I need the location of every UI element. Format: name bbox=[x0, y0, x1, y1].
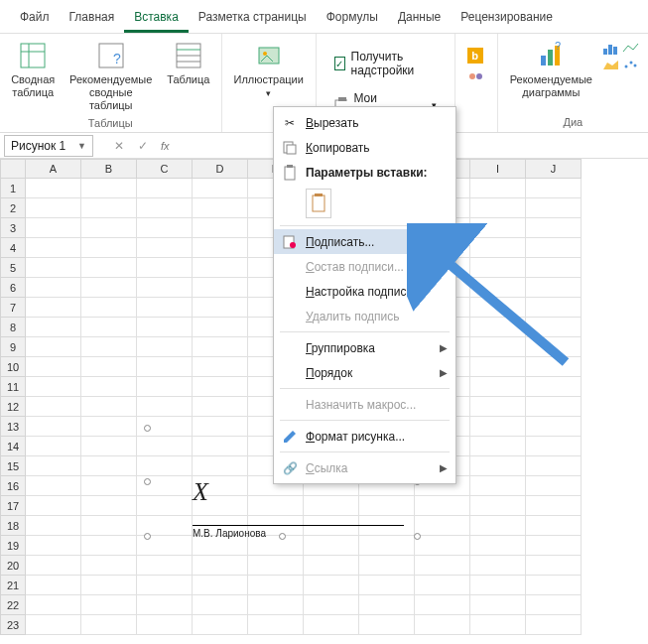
cell[interactable] bbox=[26, 258, 81, 278]
cell[interactable] bbox=[26, 218, 81, 238]
cell[interactable] bbox=[81, 357, 137, 377]
col-header[interactable]: A bbox=[26, 159, 81, 179]
tab-data[interactable]: Данные bbox=[388, 4, 451, 33]
cell[interactable] bbox=[415, 576, 470, 595]
cell[interactable] bbox=[526, 298, 582, 318]
cell[interactable] bbox=[526, 576, 582, 595]
cell[interactable] bbox=[526, 218, 582, 238]
cell[interactable] bbox=[470, 476, 526, 496]
cell[interactable] bbox=[359, 615, 415, 635]
cell[interactable] bbox=[193, 318, 248, 337]
row-header[interactable]: 12 bbox=[0, 397, 26, 417]
cell[interactable] bbox=[304, 595, 359, 615]
cell[interactable] bbox=[526, 516, 582, 536]
accept-formula-button[interactable]: ✓ bbox=[131, 135, 155, 157]
cell[interactable] bbox=[26, 576, 81, 595]
cell[interactable] bbox=[81, 556, 137, 576]
cell[interactable] bbox=[81, 318, 137, 337]
cell[interactable] bbox=[81, 417, 137, 437]
cell[interactable] bbox=[137, 278, 193, 298]
cell[interactable] bbox=[470, 238, 526, 258]
cell[interactable] bbox=[137, 357, 193, 377]
cell[interactable] bbox=[26, 357, 81, 377]
cell[interactable] bbox=[137, 198, 193, 218]
row-header[interactable]: 2 bbox=[0, 198, 26, 218]
cell[interactable] bbox=[193, 377, 248, 397]
cell[interactable] bbox=[526, 456, 582, 476]
cell[interactable] bbox=[470, 516, 526, 536]
col-header[interactable]: C bbox=[137, 159, 193, 179]
row-header[interactable]: 15 bbox=[0, 456, 26, 476]
cell[interactable] bbox=[81, 238, 137, 258]
cell[interactable] bbox=[470, 417, 526, 437]
row-header[interactable]: 23 bbox=[0, 615, 26, 635]
cell[interactable] bbox=[470, 258, 526, 278]
cell[interactable] bbox=[248, 615, 304, 635]
row-header[interactable]: 4 bbox=[0, 238, 26, 258]
cell[interactable] bbox=[415, 516, 470, 536]
row-header[interactable]: 13 bbox=[0, 417, 26, 437]
cell[interactable] bbox=[193, 397, 248, 417]
cell[interactable] bbox=[526, 278, 582, 298]
cm-sign[interactable]: Подписать... bbox=[274, 229, 455, 254]
cell[interactable] bbox=[81, 278, 137, 298]
cell[interactable] bbox=[137, 595, 193, 615]
cell[interactable] bbox=[526, 437, 582, 456]
cell[interactable] bbox=[26, 496, 81, 516]
cell[interactable] bbox=[470, 595, 526, 615]
cell[interactable] bbox=[193, 198, 248, 218]
table-button[interactable]: Таблица bbox=[164, 38, 212, 88]
cell[interactable] bbox=[193, 218, 248, 238]
cell[interactable] bbox=[81, 536, 137, 556]
cell[interactable] bbox=[81, 496, 137, 516]
cell[interactable] bbox=[193, 179, 248, 198]
cell[interactable] bbox=[470, 218, 526, 238]
pivot-table-button[interactable]: Сводная таблица bbox=[8, 38, 58, 101]
cell[interactable] bbox=[81, 258, 137, 278]
row-header[interactable]: 1 bbox=[0, 179, 26, 198]
cell[interactable] bbox=[470, 298, 526, 318]
cell[interactable] bbox=[526, 397, 582, 417]
cell[interactable] bbox=[526, 476, 582, 496]
cell[interactable] bbox=[193, 278, 248, 298]
cell[interactable] bbox=[137, 318, 193, 337]
cell[interactable] bbox=[26, 318, 81, 337]
cell[interactable] bbox=[81, 576, 137, 595]
cell[interactable] bbox=[304, 556, 359, 576]
cell[interactable] bbox=[470, 437, 526, 456]
cell[interactable] bbox=[26, 417, 81, 437]
row-header[interactable]: 11 bbox=[0, 377, 26, 397]
cell[interactable] bbox=[81, 456, 137, 476]
cell[interactable] bbox=[26, 615, 81, 635]
cell[interactable] bbox=[470, 198, 526, 218]
recommended-pivot-button[interactable]: ? Рекомендуемые сводные таблицы bbox=[64, 38, 158, 115]
cell[interactable] bbox=[26, 456, 81, 476]
get-addins-button[interactable]: ✓ Получить надстройки bbox=[330, 48, 441, 79]
cell[interactable] bbox=[526, 179, 582, 198]
cell[interactable] bbox=[193, 357, 248, 377]
cell[interactable] bbox=[470, 615, 526, 635]
cell[interactable] bbox=[193, 337, 248, 357]
col-header[interactable]: I bbox=[470, 159, 526, 179]
cell[interactable] bbox=[526, 238, 582, 258]
cell[interactable] bbox=[248, 576, 304, 595]
tab-review[interactable]: Рецензирование bbox=[451, 4, 563, 33]
tab-insert[interactable]: Вставка bbox=[124, 4, 189, 33]
people-graph-icon[interactable] bbox=[467, 71, 485, 85]
cell[interactable] bbox=[193, 238, 248, 258]
row-header[interactable]: 5 bbox=[0, 258, 26, 278]
cell[interactable] bbox=[81, 516, 137, 536]
cell[interactable] bbox=[415, 496, 470, 516]
cell[interactable] bbox=[415, 595, 470, 615]
cell[interactable] bbox=[81, 437, 137, 456]
cell[interactable] bbox=[470, 179, 526, 198]
cell[interactable] bbox=[415, 536, 470, 556]
cell[interactable] bbox=[137, 556, 193, 576]
cell[interactable] bbox=[193, 536, 248, 556]
cell[interactable] bbox=[470, 536, 526, 556]
row-header[interactable]: 21 bbox=[0, 576, 26, 595]
cell[interactable] bbox=[470, 337, 526, 357]
cell[interactable] bbox=[81, 198, 137, 218]
cell[interactable] bbox=[359, 595, 415, 615]
cell[interactable] bbox=[137, 218, 193, 238]
